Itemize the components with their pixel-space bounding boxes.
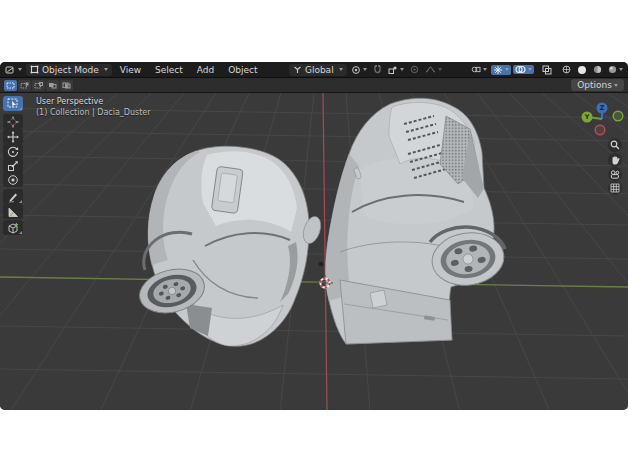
rotate-icon	[7, 146, 19, 158]
select-intersect-icon	[62, 82, 71, 89]
tool-move[interactable]	[3, 129, 23, 144]
axis-y-neg-ball[interactable]	[613, 111, 623, 121]
object-type-visibility-icon	[471, 65, 481, 74]
menu-view[interactable]: View	[114, 65, 147, 75]
axis-z-label: Z	[600, 104, 605, 112]
select-invert-icon	[48, 82, 57, 89]
hand-icon	[610, 155, 620, 165]
right-car-mirror	[370, 290, 387, 308]
menu-object[interactable]: Object	[222, 65, 263, 75]
snap-target-icon	[388, 65, 398, 75]
shading-rendered-icon	[608, 65, 617, 74]
chevron-down-icon	[505, 68, 509, 71]
snap-target-dropdown[interactable]	[386, 65, 406, 75]
chevron-down-icon	[614, 84, 618, 87]
falloff-curve-icon	[425, 65, 436, 74]
options-label: Options	[577, 80, 612, 90]
magnifier-icon	[610, 140, 620, 150]
show-overlays-icon	[515, 65, 526, 74]
shading-solid-icon	[578, 66, 586, 74]
menu-select[interactable]: Select	[149, 65, 189, 75]
chevron-down-icon	[104, 68, 108, 71]
tool-rotate[interactable]	[3, 144, 23, 159]
chevron-down-icon	[18, 68, 22, 71]
toggle-xray-button[interactable]	[540, 65, 554, 75]
chevron-down-icon	[438, 68, 442, 71]
object-type-visibility-dropdown[interactable]	[469, 65, 489, 74]
measure-icon	[7, 206, 19, 218]
chevron-down-icon	[483, 68, 487, 71]
select-set-icon	[6, 82, 15, 89]
shading-solid-button[interactable]	[575, 66, 589, 74]
show-gizmo-icon	[493, 65, 503, 75]
chevron-down-icon	[528, 68, 532, 71]
camera-view-button[interactable]	[608, 167, 622, 181]
editor-type-icon	[5, 65, 16, 75]
cursor-tool-icon	[7, 116, 19, 128]
object-origin-point	[318, 261, 324, 267]
pivot-point-icon	[351, 65, 361, 75]
viewport-overlay-text: User Perspective (1) Collection | Dacia_…	[36, 96, 151, 118]
shading-material-icon	[593, 65, 602, 74]
camera-icon	[610, 170, 621, 179]
select-set-button[interactable]	[4, 80, 17, 91]
axis-x-neg-ball[interactable]	[595, 125, 605, 135]
tool-measure[interactable]	[3, 204, 23, 219]
select-subtract-button[interactable]	[32, 80, 45, 91]
left-car-mudflap	[186, 304, 212, 336]
toggle-orthographic-button[interactable]	[608, 181, 622, 195]
active-object-label: (1) Collection | Dacia_Duster	[36, 107, 151, 118]
tool-add-cube[interactable]	[3, 220, 23, 235]
dacia-duster-left[interactable]	[135, 146, 324, 346]
tool-annotate[interactable]	[3, 189, 23, 204]
add-cube-icon	[7, 222, 19, 234]
floor-grid	[0, 93, 628, 410]
select-intersect-button[interactable]	[60, 80, 73, 91]
mode-dropdown-label: Object Mode	[42, 65, 99, 75]
transform-orientation-dropdown[interactable]: Global	[289, 64, 347, 76]
chevron-down-icon	[339, 68, 343, 71]
zoom-button[interactable]	[608, 138, 622, 152]
axis-y-label: Y	[584, 113, 590, 121]
editor-type-button[interactable]	[3, 65, 24, 75]
mode-dropdown[interactable]: Object Mode	[26, 64, 112, 76]
shading-rendered-button[interactable]	[606, 65, 625, 74]
shading-wireframe-button[interactable]	[560, 65, 573, 74]
select-box-icon	[7, 98, 19, 109]
tool-cursor[interactable]	[3, 114, 23, 129]
tool-transform[interactable]	[3, 172, 23, 187]
proportional-editing-toggle[interactable]	[408, 65, 421, 74]
proportional-falloff-dropdown[interactable]	[423, 65, 444, 74]
show-gizmo-toggle[interactable]	[491, 65, 511, 75]
3d-viewport[interactable]: User Perspective (1) Collection | Dacia_…	[0, 93, 628, 410]
chevron-down-icon	[400, 68, 404, 71]
navigation-gizmo[interactable]: Z Y	[576, 96, 626, 142]
menu-add[interactable]: Add	[191, 65, 220, 75]
screenshot: Object Mode View Select Add Object Globa…	[0, 0, 628, 472]
scale-icon	[7, 160, 19, 172]
select-subtract-icon	[34, 82, 43, 89]
xray-icon	[542, 65, 552, 75]
dacia-duster-right[interactable]	[326, 98, 508, 344]
viewport-header: Object Mode View Select Add Object Globa…	[0, 62, 628, 78]
shading-material-button[interactable]	[591, 65, 604, 74]
move-icon	[7, 131, 19, 143]
snap-magnet-icon	[373, 65, 382, 75]
select-mode-group	[4, 80, 73, 91]
left-car-sunroof	[211, 166, 243, 213]
show-overlays-toggle[interactable]	[513, 65, 534, 74]
select-invert-button[interactable]	[46, 80, 59, 91]
chevron-down-icon	[363, 68, 367, 71]
tool-settings-bar: Options	[0, 78, 628, 93]
orientation-label: Global	[305, 65, 334, 75]
snap-toggle-button[interactable]	[371, 65, 384, 75]
tool-scale[interactable]	[3, 158, 23, 173]
pan-button[interactable]	[608, 153, 622, 167]
select-extend-button[interactable]	[18, 80, 31, 91]
blender-3d-viewport-editor: Object Mode View Select Add Object Globa…	[0, 62, 628, 410]
options-dropdown[interactable]: Options	[571, 79, 624, 91]
pivot-point-dropdown[interactable]	[349, 65, 369, 75]
tool-select-box[interactable]	[3, 96, 23, 111]
shading-wireframe-icon	[562, 65, 571, 74]
transform-icon	[7, 174, 19, 186]
